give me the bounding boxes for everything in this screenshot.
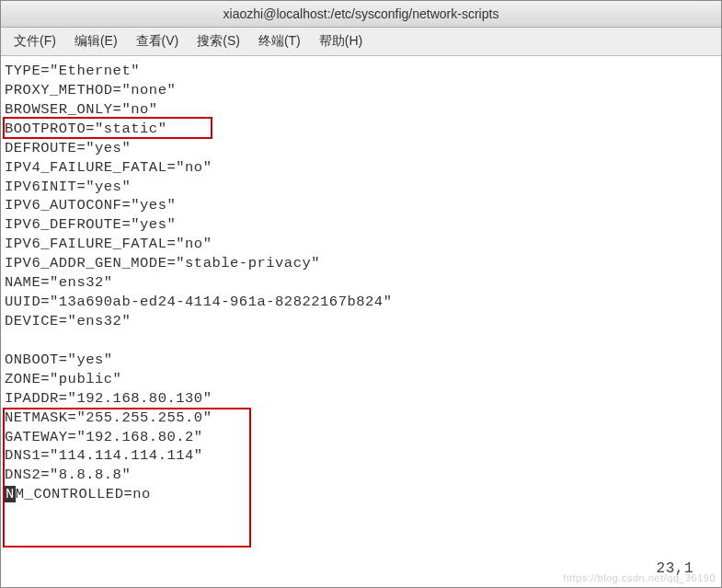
window-titlebar: xiaozhi@localhost:/etc/sysconfig/network… bbox=[1, 1, 721, 28]
menu-terminal[interactable]: 终端(T) bbox=[253, 31, 306, 52]
menu-edit[interactable]: 编辑(E) bbox=[69, 31, 123, 52]
config-line: PROXY_METHOD="none" bbox=[5, 82, 176, 98]
config-line: IPV4_FAILURE_FATAL="no" bbox=[5, 159, 212, 176]
config-line: IPV6_DEFROUTE="yes" bbox=[5, 216, 176, 233]
config-line: M_CONTROLLED=no bbox=[16, 486, 151, 502]
menu-help[interactable]: 帮助(H) bbox=[314, 31, 368, 52]
menu-view[interactable]: 查看(V) bbox=[131, 31, 185, 52]
config-line: IPV6_FAILURE_FATAL="no" bbox=[5, 236, 212, 252]
config-line: DEVICE="ens32" bbox=[5, 313, 131, 329]
config-line: IPV6INIT="yes" bbox=[5, 179, 131, 195]
config-line-bootproto: BOOTPROTO="static" bbox=[5, 121, 166, 137]
menubar: 文件(F) 编辑(E) 查看(V) 搜索(S) 终端(T) 帮助(H) bbox=[1, 28, 721, 56]
terminal-window: xiaozhi@localhost:/etc/sysconfig/network… bbox=[0, 0, 722, 588]
config-line: IPV6_ADDR_GEN_MODE="stable-privacy" bbox=[5, 255, 320, 271]
config-line: GATEWAY="192.168.80.2" bbox=[5, 429, 203, 445]
menu-search[interactable]: 搜索(S) bbox=[191, 31, 246, 52]
config-line: DEFROUTE="yes" bbox=[5, 140, 131, 156]
config-line: ZONE="public" bbox=[5, 371, 121, 387]
config-line: BROWSER_ONLY="no" bbox=[5, 101, 158, 118]
config-line: UUID="13a690ab-ed24-4114-961a-82822167b8… bbox=[5, 294, 392, 310]
window-title: xiaozhi@localhost:/etc/sysconfig/network… bbox=[223, 6, 499, 21]
config-line: ONBOOT="yes" bbox=[5, 352, 113, 368]
terminal-content[interactable]: TYPE="Ethernet" PROXY_METHOD="none" BROW… bbox=[1, 56, 721, 587]
watermark-text: https://blog.csdn.net/qq_36190 bbox=[564, 571, 716, 585]
config-line: IPADDR="192.168.80.130" bbox=[5, 390, 212, 407]
config-line: TYPE="Ethernet" bbox=[5, 63, 140, 79]
config-line: DNS2="8.8.8.8" bbox=[5, 467, 131, 483]
config-line: IPV6_AUTOCONF="yes" bbox=[5, 197, 176, 213]
config-line: NAME="ens32" bbox=[5, 274, 113, 291]
config-line: NETMASK="255.255.255.0" bbox=[5, 409, 212, 426]
config-line: DNS1="114.114.114.114" bbox=[5, 447, 203, 464]
menu-file[interactable]: 文件(F) bbox=[8, 31, 62, 52]
vi-cursor: N bbox=[5, 486, 16, 502]
